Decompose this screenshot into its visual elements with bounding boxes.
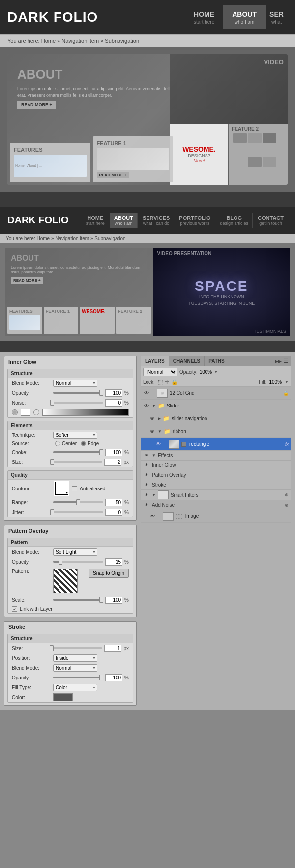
nav2-home[interactable]: HOME start here <box>82 213 109 228</box>
stroke-blend-select[interactable]: Normal <box>53 664 97 672</box>
pattern-preview[interactable] <box>53 569 78 593</box>
blend-select-wrap[interactable]: Normal <box>143 368 177 376</box>
eye-slider[interactable]: 👁 <box>143 403 150 409</box>
pat-opacity-slider[interactable] <box>53 561 103 563</box>
choke-input[interactable] <box>105 449 122 456</box>
choke-thumb[interactable] <box>99 449 103 455</box>
eye-slider-nav[interactable]: 👁 <box>149 415 156 422</box>
tab-expand-icon[interactable]: ▶▶ <box>275 359 282 364</box>
technique-select[interactable]: Softer <box>53 432 97 439</box>
eye-ribbon[interactable]: 👁 <box>149 428 156 435</box>
snap-origin-btn[interactable]: Snap to Origin <box>88 569 129 578</box>
eye-inner-glow[interactable]: 👁 <box>143 462 150 469</box>
position-select[interactable]: Inside <box>53 654 97 662</box>
tab-layers[interactable]: LAYERS <box>141 356 169 366</box>
stroke-size-slider[interactable] <box>53 647 102 649</box>
nav-home[interactable]: HOME start here <box>185 5 223 29</box>
center-radio[interactable]: Center <box>55 441 77 446</box>
fill-arrow[interactable]: ▼ <box>285 380 289 384</box>
range-thumb[interactable] <box>76 499 80 505</box>
stroke-opacity-thumb[interactable] <box>99 675 103 680</box>
nav2-about[interactable]: ABOUT who I am <box>110 213 138 228</box>
eye-smart-filters[interactable]: 👁 <box>143 491 150 498</box>
technique-select-wrap[interactable]: Softer <box>53 432 97 439</box>
add-noise-expand[interactable]: ⊕ <box>285 503 289 508</box>
pat-blend-wrap[interactable]: Soft Light <box>53 548 97 556</box>
anti-alias-checkbox[interactable] <box>72 486 77 491</box>
jitter-input[interactable] <box>105 509 122 516</box>
layer-rectangle[interactable]: 👁 rectangle fx <box>141 438 291 451</box>
eye-12-col[interactable]: 👁 <box>143 390 150 397</box>
size-input[interactable] <box>104 459 121 466</box>
opacity-slider[interactable] <box>53 392 103 394</box>
opacity-arrow[interactable]: ▼ <box>214 370 218 374</box>
nav-about[interactable]: ABOUT who I am <box>223 5 266 29</box>
nav2-contact[interactable]: CONTACT get in touch <box>254 213 288 228</box>
radio-1[interactable] <box>12 409 18 415</box>
effects-arrow[interactable]: ▼ <box>152 453 156 458</box>
eye-add-noise[interactable]: 👁 <box>143 502 150 509</box>
ribbon-arrow[interactable]: ▼ <box>158 429 162 434</box>
gradient-bar[interactable] <box>42 409 129 416</box>
stroke-size-thumb[interactable] <box>50 645 54 651</box>
eye-pattern[interactable]: 👁 <box>143 472 150 479</box>
read-more2[interactable]: READ MORE + <box>11 277 43 284</box>
stroke-blend-wrap[interactable]: Normal <box>53 664 97 672</box>
edge-radio[interactable]: Edge <box>81 441 99 446</box>
lock-move-icon[interactable]: ✛ <box>165 379 169 385</box>
nav2-blog[interactable]: BLOG design articles <box>216 213 253 228</box>
lock-all-icon[interactable]: 🔒 <box>171 379 178 385</box>
scale-thumb[interactable] <box>99 597 103 603</box>
tab-paths[interactable]: PATHS <box>205 356 229 366</box>
choke-slider[interactable] <box>53 451 103 453</box>
opacity-thumb[interactable] <box>99 390 103 396</box>
pat-opacity-thumb[interactable] <box>59 559 62 565</box>
nav-services[interactable]: SER what <box>266 5 288 29</box>
read-more-btn[interactable]: READ MORE + <box>17 101 56 108</box>
layer-image[interactable]: 👁 image <box>141 510 291 523</box>
position-select-wrap[interactable]: Inside <box>53 654 97 662</box>
color-swatch[interactable] <box>21 409 30 416</box>
fill-type-wrap[interactable]: Color <box>53 684 97 691</box>
stroke-opacity-input[interactable] <box>105 674 122 681</box>
layer-12-col-grid[interactable]: 👁 ⊞ 12 Col Grid 🔒 <box>141 387 291 400</box>
layer-slider-nav[interactable]: 👁 ▶ 📁 slider navigation <box>141 412 291 425</box>
blend-mode-select-wrap[interactable]: Normal <box>53 380 97 387</box>
smart-filters-arrow[interactable]: ▼ <box>152 493 156 497</box>
noise-input[interactable] <box>105 399 122 407</box>
blend-select[interactable]: Normal <box>143 368 177 376</box>
range-slider[interactable] <box>53 501 103 503</box>
layer-slider[interactable]: 👁 ▼ 📁 Slider <box>141 400 291 412</box>
nav2-services[interactable]: SERVICES what I can do <box>139 213 174 228</box>
tab-menu-icon[interactable]: ☰ <box>284 358 289 364</box>
stroke-color-swatch[interactable] <box>53 693 73 701</box>
scale-slider[interactable] <box>53 599 103 601</box>
stroke-opacity-slider[interactable] <box>53 677 103 678</box>
jitter-slider[interactable] <box>53 511 103 513</box>
radio-2[interactable] <box>33 409 39 415</box>
noise-thumb[interactable] <box>50 400 54 406</box>
tab-channels[interactable]: CHANNELS <box>169 356 205 366</box>
size-slider[interactable] <box>53 461 102 463</box>
contour-preview[interactable]: ▸ <box>54 481 69 496</box>
pat-blend-select[interactable]: Soft Light <box>53 548 97 556</box>
link-checkbox[interactable]: ✓ <box>12 606 17 612</box>
stroke-size-input[interactable] <box>104 645 121 652</box>
fill-type-select[interactable]: Color <box>53 684 97 691</box>
scale-input[interactable] <box>105 597 122 604</box>
pat-opacity-input[interactable] <box>105 558 122 566</box>
size-thumb[interactable] <box>50 459 54 465</box>
nav2-portfolio[interactable]: PORTFOLIO previous works <box>175 213 215 228</box>
feature1-readmore[interactable]: READ MORE + <box>97 172 129 178</box>
jitter-thumb[interactable] <box>50 509 54 515</box>
eye-image[interactable]: 👁 <box>149 513 156 520</box>
opacity-input[interactable] <box>105 389 122 397</box>
eye-stroke[interactable]: 👁 <box>143 482 150 488</box>
noise-slider[interactable] <box>53 402 103 404</box>
layer-ribbon[interactable]: 👁 ▼ 📁 ribbon <box>141 425 291 438</box>
slidernav-arrow[interactable]: ▶ <box>158 416 161 421</box>
eye-effects[interactable]: 👁 <box>143 452 150 459</box>
eye-rectangle[interactable]: 👁 <box>155 441 162 448</box>
slider-arrow[interactable]: ▼ <box>152 404 156 408</box>
lock-pixels-icon[interactable]: ⬚ <box>158 379 163 385</box>
